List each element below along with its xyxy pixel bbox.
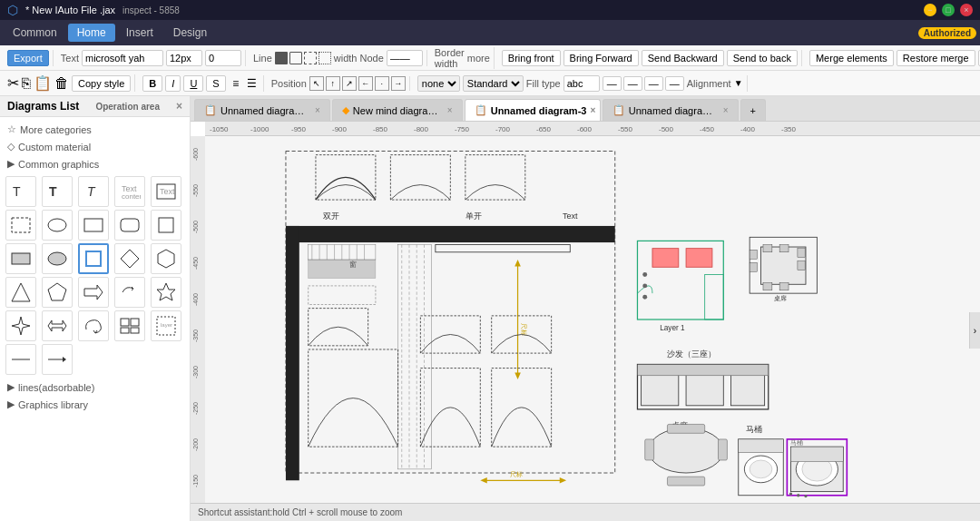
align-left-icon[interactable]: ≡	[229, 76, 243, 91]
shape-triangle[interactable]	[5, 277, 36, 308]
shape-arrow-curved[interactable]	[114, 277, 145, 308]
canvas-area[interactable]: -1050 -1000 -950 -900 -850 -800 -750 -70…	[191, 122, 980, 503]
shape-ellipse-outline[interactable]	[42, 243, 73, 274]
new-tab-button[interactable]: +	[740, 99, 766, 121]
line-style-1[interactable]	[275, 52, 288, 64]
arrange-section: Bring front Bring Forward Send Backward …	[498, 50, 802, 66]
font-size-num[interactable]	[205, 50, 241, 66]
tab3-close[interactable]: ×	[590, 105, 595, 115]
pos-ml-icon[interactable]: ←	[358, 76, 373, 91]
custom-material-item[interactable]: ◇ Custom material	[4, 138, 186, 155]
delete-icon: 🗑	[54, 75, 69, 92]
pos-tr-icon[interactable]: ↗	[342, 76, 357, 91]
line-style-2[interactable]	[289, 52, 302, 64]
shape-star4[interactable]	[5, 310, 36, 341]
shape-arrow-right[interactable]	[78, 277, 109, 308]
shape-rect2[interactable]: layer	[151, 310, 181, 341]
graphics-library-item[interactable]: ▶ Graphics library	[4, 396, 186, 413]
align-center-icon[interactable]: ☰	[245, 76, 260, 91]
fill-s4[interactable]: —	[665, 76, 684, 91]
shape-rectangle[interactable]	[78, 210, 109, 241]
send-backward-btn[interactable]: Send Backward	[642, 50, 724, 66]
tab-2[interactable]: ◆ New mind diagram from the selectio ×	[332, 99, 463, 121]
shape-ellipse[interactable]	[42, 210, 73, 241]
pos-mc-icon[interactable]: ·	[375, 76, 389, 91]
maximize-button[interactable]: □	[942, 4, 955, 16]
svg-text:content: content	[122, 192, 141, 201]
bold-btn[interactable]: B	[142, 75, 162, 92]
menu-common[interactable]: Common	[4, 24, 66, 42]
shape-rect-dashed[interactable]	[5, 210, 36, 241]
send-back-btn[interactable]: Send to back	[727, 50, 798, 66]
tab2-close[interactable]: ×	[447, 105, 453, 115]
shape-text-border[interactable]: Text	[151, 176, 181, 207]
node-input[interactable]	[387, 50, 423, 66]
svg-marker-19	[84, 285, 103, 300]
tab1-close[interactable]: ×	[315, 105, 320, 115]
merge-elements-btn[interactable]: Merge elements	[809, 50, 894, 66]
pos-tc-icon[interactable]: ↑	[326, 76, 340, 91]
none-select[interactable]: none	[417, 75, 460, 92]
line-style-4[interactable]	[318, 52, 331, 64]
line-style-3[interactable]	[304, 52, 317, 64]
shape-loop[interactable]	[78, 310, 109, 341]
graphics-label: Graphics library	[18, 399, 88, 410]
copy-style-btn[interactable]: Copy style	[72, 75, 131, 92]
menu-insert[interactable]: Insert	[117, 24, 162, 42]
shape-line[interactable]	[5, 344, 36, 375]
shape-square-outline[interactable]	[78, 243, 109, 274]
shape-hexagon[interactable]	[151, 243, 181, 274]
italic-btn[interactable]: I	[165, 75, 181, 92]
svg-text:-450: -450	[700, 125, 715, 133]
tab-1[interactable]: 📋 Unnamed diagram-1 ×	[194, 99, 330, 121]
underline-btn[interactable]: U	[183, 75, 203, 92]
shape-text-italic[interactable]: T	[78, 176, 109, 207]
shape-rounded-rect[interactable]	[114, 210, 145, 241]
font-family-input[interactable]	[82, 50, 163, 66]
canvas-wrapper: 📋 Unnamed diagram-1 × ◆ New mind diagram…	[191, 96, 980, 521]
svg-point-13	[48, 252, 66, 265]
shape-bracket[interactable]	[114, 310, 145, 341]
more-categories-item[interactable]: ☆ More categories	[4, 121, 186, 138]
svg-rect-23	[121, 319, 129, 326]
pos-mr-icon[interactable]: →	[391, 76, 406, 91]
lines-adsorbable-item[interactable]: ▶ lines(adsorbable)	[4, 378, 186, 396]
bring-forward-btn[interactable]: Bring Forward	[564, 50, 639, 66]
strike-btn[interactable]: S	[206, 75, 225, 92]
export-button[interactable]: Export	[7, 50, 49, 66]
minimize-button[interactable]: −	[924, 4, 936, 16]
panel-expand-btn[interactable]: ›	[969, 312, 980, 349]
shape-arrow-lr[interactable]	[42, 310, 73, 341]
shape-pentagon[interactable]	[42, 277, 73, 308]
pos-tl-icon[interactable]: ↖	[309, 76, 324, 91]
shape-rect-outline[interactable]	[5, 243, 36, 274]
standard-select[interactable]: Standard	[463, 75, 524, 92]
svg-rect-143	[739, 439, 783, 453]
app-icon: ⬡	[7, 3, 18, 17]
shape-text-bold[interactable]: T	[42, 176, 73, 207]
common-graphics-item[interactable]: ▶ Common graphics	[4, 155, 186, 172]
menu-home[interactable]: Home	[68, 24, 115, 42]
tab-3[interactable]: 📋 Unnamed diagram-3 ×	[465, 99, 601, 121]
shape-text-small[interactable]: Textcontent	[114, 176, 145, 207]
close-button[interactable]: ×	[960, 4, 973, 16]
bring-front-btn[interactable]: Bring front	[502, 50, 561, 66]
fill-s2[interactable]: —	[623, 76, 642, 91]
tab-4[interactable]: 📋 Unnamed diagram-5 ×	[603, 99, 739, 121]
fill-abc-input[interactable]	[564, 75, 600, 92]
svg-text:T: T	[13, 184, 21, 199]
menu-design[interactable]: Design	[164, 24, 216, 42]
canvas-content[interactable]: 双开 单开 Text 窗	[205, 136, 980, 503]
tab4-close[interactable]: ×	[723, 105, 729, 115]
shape-text[interactable]: T	[5, 176, 36, 207]
shape-square[interactable]	[151, 210, 181, 241]
shape-diamond[interactable]	[114, 243, 145, 274]
restore-merge-btn[interactable]: Restore merge	[897, 50, 975, 66]
font-size-input[interactable]	[166, 50, 202, 66]
svg-rect-119	[779, 283, 789, 290]
shape-star[interactable]	[151, 277, 181, 308]
shape-arrow-line[interactable]	[42, 344, 73, 375]
fill-s1[interactable]: —	[603, 76, 622, 91]
panel-close-icon[interactable]: ×	[176, 100, 182, 113]
fill-s3[interactable]: —	[644, 76, 663, 91]
